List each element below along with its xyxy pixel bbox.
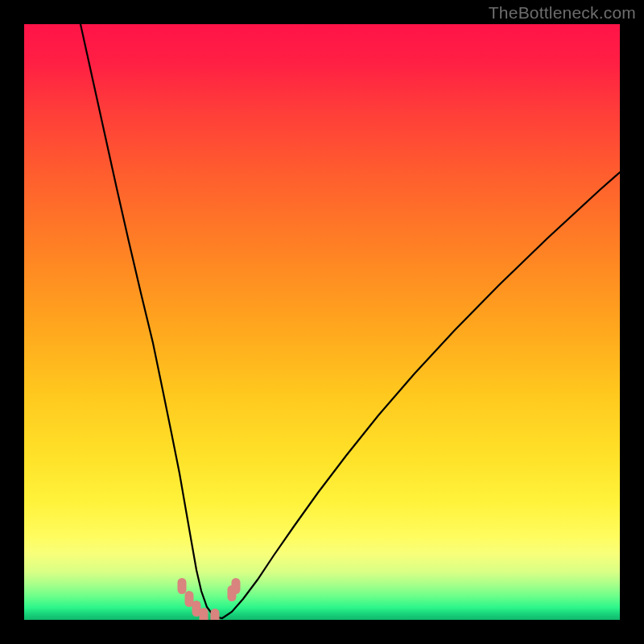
curve-markers: [178, 578, 241, 620]
marker-bottom-1: [200, 608, 208, 620]
bottleneck-curve: [80, 24, 620, 618]
plot-area: [24, 24, 620, 620]
marker-right-2: [232, 578, 241, 594]
chart-svg: [24, 24, 620, 620]
marker-left-1: [178, 578, 187, 594]
watermark-text: TheBottleneck.com: [489, 3, 636, 23]
chart-frame: TheBottleneck.com: [0, 0, 644, 644]
marker-bottom-2: [211, 609, 220, 620]
